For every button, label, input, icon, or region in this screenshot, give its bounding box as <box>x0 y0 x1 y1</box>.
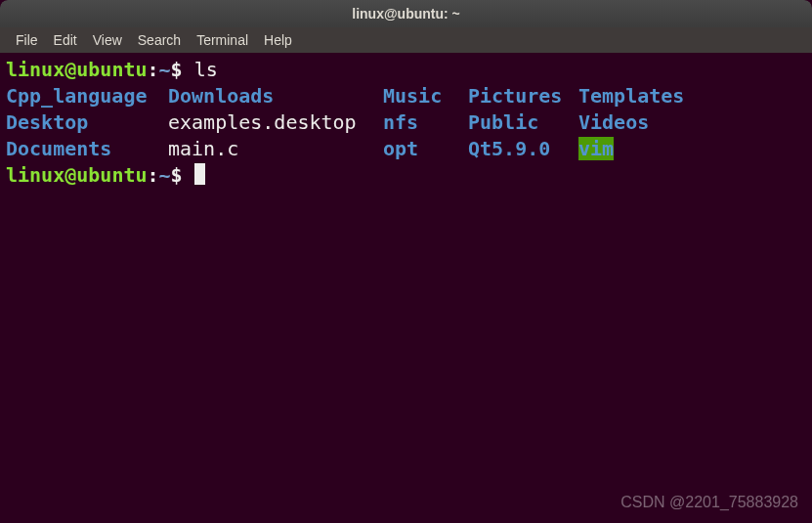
prompt-at: @ <box>64 163 76 187</box>
ls-row: Cpp_language Downloads Music Pictures Te… <box>6 83 806 109</box>
ls-entry: Downloads <box>168 83 383 109</box>
window-titlebar: linux@ubuntu: ~ <box>0 0 812 27</box>
menu-file[interactable]: File <box>8 29 46 51</box>
prompt-path: ~ <box>159 163 171 187</box>
cursor <box>194 163 205 185</box>
menu-terminal[interactable]: Terminal <box>189 29 256 51</box>
terminal-line: linux@ubuntu:~$ ls <box>6 57 806 83</box>
ls-row: Documents main.c opt Qt5.9.0 vim <box>6 136 806 162</box>
menu-search[interactable]: Search <box>130 29 189 51</box>
ls-entry: Pictures <box>468 83 578 109</box>
ls-row: Desktop examples.desktop nfs Public Vide… <box>6 109 806 136</box>
ls-entry: vim <box>578 137 614 160</box>
ls-entry: main.c <box>168 136 383 162</box>
ls-entry: nfs <box>383 109 468 136</box>
ls-entry: Qt5.9.0 <box>468 136 578 162</box>
prompt-host: ubuntu <box>76 163 147 187</box>
prompt-dollar: $ <box>171 163 183 187</box>
ls-entry: Templates <box>578 83 684 109</box>
ls-entry: Videos <box>578 109 649 136</box>
terminal-line: linux@ubuntu:~$ <box>6 162 806 189</box>
menubar: File Edit View Search Terminal Help <box>0 27 812 53</box>
prompt-at: @ <box>64 58 76 81</box>
ls-entry: Cpp_language <box>6 83 168 109</box>
window-title: linux@ubuntu: ~ <box>352 6 459 22</box>
menu-edit[interactable]: Edit <box>46 29 85 51</box>
prompt-host: ubuntu <box>76 58 147 81</box>
ls-entry: Documents <box>6 136 168 162</box>
menu-view[interactable]: View <box>85 29 130 51</box>
prompt-path: ~ <box>159 58 171 81</box>
ls-entry: examples.desktop <box>168 109 383 136</box>
ls-entry: Public <box>468 109 578 136</box>
prompt-user: linux <box>6 58 64 81</box>
prompt-colon: : <box>148 58 159 81</box>
watermark: CSDN @2201_75883928 <box>620 494 798 511</box>
prompt-dollar: $ <box>171 58 183 81</box>
prompt-user: linux <box>6 163 64 187</box>
ls-entry: Desktop <box>6 109 168 136</box>
ls-entry: opt <box>383 136 468 162</box>
prompt-colon: : <box>148 163 159 187</box>
ls-entry: Music <box>383 83 468 109</box>
command-ls: ls <box>194 58 218 81</box>
menu-help[interactable]: Help <box>256 29 300 51</box>
terminal-body[interactable]: linux@ubuntu:~$ ls Cpp_language Download… <box>0 53 812 193</box>
